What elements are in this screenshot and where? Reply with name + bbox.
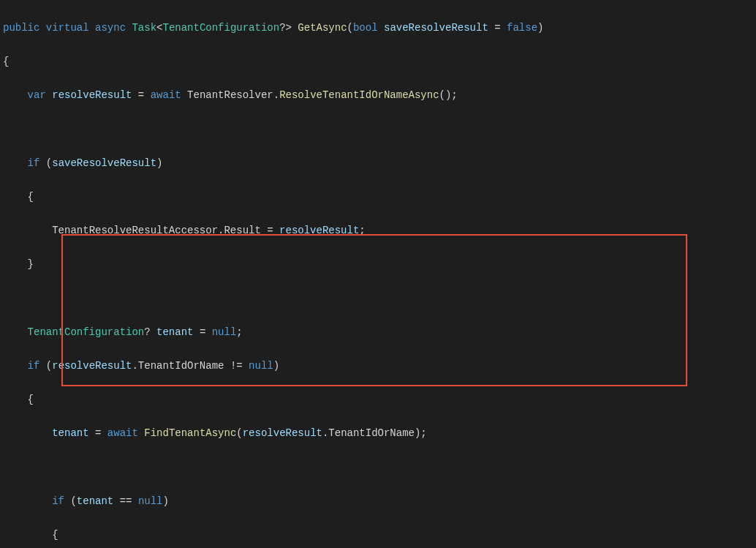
type: TenantConfiguration: [28, 326, 145, 338]
code-line: TenantConfiguration? tenant = null;: [3, 324, 756, 341]
var: tenant: [52, 427, 88, 439]
kw: null: [138, 495, 163, 507]
method: FindTenantAsync: [144, 427, 236, 439]
code-line: [3, 459, 756, 476]
kw: null: [249, 360, 273, 372]
prop: Result: [224, 225, 260, 236]
var: resolveResult: [52, 89, 132, 101]
param: saveResolveResult: [384, 22, 488, 34]
obj: TenantResolveResultAccessor: [52, 225, 218, 236]
code-line: if (tenant == null): [3, 493, 756, 510]
var: tenant: [156, 326, 193, 338]
kw: virtual: [46, 22, 89, 34]
type: Task: [132, 22, 156, 34]
code-line: }: [3, 256, 756, 273]
var: resolveResult: [279, 225, 359, 236]
method-name: GetAsync: [298, 22, 347, 34]
method: ResolveTenantIdOrNameAsync: [279, 89, 439, 101]
code-line: if (resolveResult.TenantIdOrName != null…: [3, 358, 756, 375]
kw: if: [52, 495, 64, 507]
code-line: var resolveResult = await TenantResolver…: [3, 87, 756, 104]
code-line: {: [3, 189, 756, 206]
code-line: if (saveResolveResult): [3, 155, 756, 172]
prop: TenantIdOrName: [328, 427, 415, 439]
code-editor: public virtual async Task<TenantConfigur…: [0, 0, 756, 548]
code-line: {: [3, 527, 756, 544]
code-line: public virtual async Task<TenantConfigur…: [3, 20, 756, 37]
var: resolveResult: [243, 427, 322, 439]
kw: public: [3, 22, 39, 34]
kw: null: [212, 326, 237, 338]
code-line: {: [3, 391, 756, 408]
obj: TenantResolver: [187, 89, 273, 101]
kw: var: [28, 89, 46, 101]
code-line: [3, 121, 756, 138]
kw: if: [28, 157, 40, 169]
code-line: TenantResolveResultAccessor.Result = res…: [3, 222, 756, 239]
type: TenantConfiguration: [162, 22, 279, 34]
code-line: [3, 290, 756, 307]
var: tenant: [77, 495, 113, 507]
kw: false: [507, 22, 537, 34]
var: saveResolveResult: [52, 157, 156, 169]
var: resolveResult: [52, 360, 132, 372]
prop: TenantIdOrName: [138, 360, 224, 372]
code-line: {: [3, 53, 756, 70]
kw: async: [95, 22, 126, 34]
kw: await: [107, 427, 138, 439]
kw: await: [151, 89, 181, 101]
kw: if: [28, 360, 40, 372]
kw: bool: [353, 22, 378, 34]
code-line: tenant = await FindTenantAsync(resolveRe…: [3, 425, 756, 442]
